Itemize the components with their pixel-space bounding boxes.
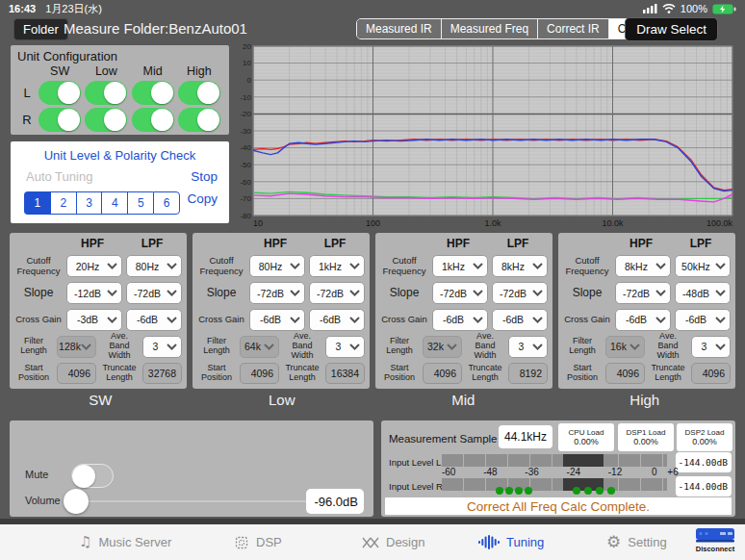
low-cross-gain-hpf-dropdown[interactable]: -6dB [249,309,305,331]
toggle-l-sw[interactable] [39,81,81,105]
truncate-length-label: Truncate Length [649,364,687,383]
nav-dsp[interactable]: DSP [234,524,282,560]
progress-dot [607,487,615,495]
high-start-position-field[interactable]: 4096 [605,363,645,384]
sw-slope-lpf-dropdown[interactable]: -72dB [126,282,182,304]
sw-cutoff-lpf-dropdown[interactable]: 80Hz [126,255,182,277]
volume-slider-knob[interactable] [64,489,89,514]
mute-label: Mute [25,469,48,480]
sw-truncate-length-field[interactable]: 32768 [142,363,182,384]
toggle-r-sw[interactable] [39,108,81,132]
svg-text:-80: -80 [240,212,251,220]
slope-label: Slope [197,287,245,299]
toggle-l-mid[interactable] [132,81,174,105]
level-polarity-title: Unit Level & Polarity Check [20,148,219,163]
stop-button[interactable]: Stop [191,169,218,184]
step-6-button[interactable]: 6 [153,191,180,215]
sw-start-position-field[interactable]: 4096 [57,363,96,384]
step-5-button[interactable]: 5 [127,191,153,215]
low-ave-band-width-dropdown[interactable]: 3 [325,336,365,358]
svg-text:1.0k: 1.0k [484,218,501,228]
disconnect-device-icon [695,526,735,544]
mute-toggle[interactable] [71,464,114,488]
lpf-header: LPF [305,237,365,250]
mid-cross-gain-hpf-dropdown[interactable]: -6dB [432,309,488,331]
toggle-l-low[interactable] [85,81,127,105]
clock-time: 16:43 [9,3,36,14]
sw-cross-gain-hpf-dropdown[interactable]: -3dB [66,309,122,331]
mid-slope-lpf-dropdown[interactable]: -72dB [492,282,548,304]
hpf-header: HPF [63,237,122,250]
low-cutoff-hpf-dropdown[interactable]: 80Hz [249,255,305,277]
low-slope-lpf-dropdown[interactable]: -72dB [309,282,365,304]
high-cross-gain-hpf-dropdown[interactable]: -6dB [615,309,671,331]
correct-ir-button[interactable]: Correct IR [538,19,609,38]
low-cross-gain-lpf-dropdown[interactable]: -6dB [309,309,365,331]
sw-cutoff-hpf-dropdown[interactable]: 20Hz [66,255,122,277]
nav-design[interactable]: Design [362,524,424,560]
sw-filter-length-dropdown[interactable]: 128k [57,336,96,358]
measured-ir-button[interactable]: Measured IR [357,19,442,38]
mid-filter-length-dropdown[interactable]: 32k [423,336,462,358]
filter-length-label: Filter Length [14,337,53,356]
low-cutoff-lpf-dropdown[interactable]: 1kHz [309,255,365,277]
low-filter-length-dropdown[interactable]: 64k [240,336,279,358]
input-level-l-value: -144.00dB [676,452,732,472]
column-header-mid: Mid [143,64,163,78]
measure-folder-title: Measure Folder:BenzAuto01 [64,20,247,37]
copy-button[interactable]: Copy [187,191,218,206]
crossover-panel-low: HPF LPF Cutoff Frequency 80Hz 1kHz Slope… [193,233,370,389]
nav-setting[interactable]: ⚙ Setting [606,524,667,560]
gear-icon: ⚙ [606,534,621,550]
mid-truncate-length-field[interactable]: 8192 [508,363,548,384]
low-truncate-length-field[interactable]: 16384 [325,363,365,384]
sw-ave-band-width-dropdown[interactable]: 3 [142,336,182,358]
mid-start-position-field[interactable]: 4096 [423,363,462,384]
high-slope-hpf-dropdown[interactable]: -72dB [615,282,671,304]
lpf-header: LPF [488,237,548,250]
folder-button[interactable]: Folder [13,18,68,40]
toggle-r-high[interactable] [178,108,220,132]
nav-music-server[interactable]: ♫ Music Server [79,524,171,560]
bottom-nav-bar: ♫ Music Server DSP Design Tuning ⚙ Setti… [0,524,745,560]
crossover-panel-mid: HPF LPF Cutoff Frequency 1kHz 8kHz Slope… [375,233,552,389]
high-cutoff-lpf-dropdown[interactable]: 50kHz [675,255,731,277]
mid-ave-band-width-dropdown[interactable]: 3 [508,336,548,358]
cross-gain-label: Cross Gain [563,315,611,324]
high-slope-lpf-dropdown[interactable]: -48dB [675,282,731,304]
mid-slope-hpf-dropdown[interactable]: -72dB [432,282,488,304]
high-filter-length-dropdown[interactable]: 16k [605,336,645,358]
low-start-position-field[interactable]: 4096 [240,363,279,384]
input-level-r-label: Input Level R [389,481,443,492]
sw-cross-gain-lpf-dropdown[interactable]: -6dB [126,309,182,331]
row-label-l: L [23,86,30,100]
column-header-high: High [187,64,212,78]
toggle-l-high[interactable] [178,81,220,105]
cutoff-frequency-label: Cutoff Frequency [563,256,611,276]
high-cross-gain-lpf-dropdown[interactable]: -6dB [675,309,731,331]
nav-disconnect[interactable]: Disconnect [691,526,739,553]
measured-freq-button[interactable]: Measured Freq [442,19,538,38]
high-ave-band-width-dropdown[interactable]: 3 [691,336,731,358]
high-cutoff-hpf-dropdown[interactable]: 8kHz [615,255,671,277]
step-3-button[interactable]: 3 [76,191,102,215]
svg-text:-10: -10 [240,93,251,102]
low-slope-hpf-dropdown[interactable]: -72dB [249,282,305,304]
svg-text:10: 10 [243,59,251,67]
music-note-icon: ♫ [79,535,91,549]
sw-slope-hpf-dropdown[interactable]: -12dB [66,282,122,304]
cutoff-frequency-label: Cutoff Frequency [14,256,63,276]
toggle-r-low[interactable] [85,108,127,132]
mid-cutoff-lpf-dropdown[interactable]: 8kHz [492,255,548,277]
volume-slider-track[interactable] [87,500,306,502]
step-1-button[interactable]: 1 [24,191,50,215]
step-4-button[interactable]: 4 [101,191,127,215]
battery-icon [712,4,736,14]
high-truncate-length-field[interactable]: 4096 [691,363,731,384]
toggle-r-mid[interactable] [132,108,174,132]
step-2-button[interactable]: 2 [50,191,76,215]
nav-tuning[interactable]: Tuning [478,524,544,560]
mid-cutoff-hpf-dropdown[interactable]: 1kHz [432,255,488,277]
filter-length-label: Filter Length [563,337,602,356]
mid-cross-gain-lpf-dropdown[interactable]: -6dB [492,309,548,331]
